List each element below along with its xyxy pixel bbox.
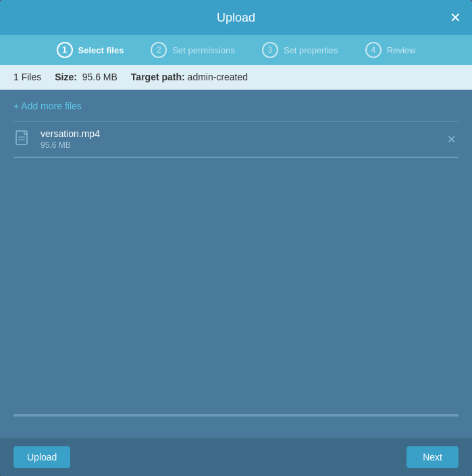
next-button[interactable]: Next — [407, 446, 458, 468]
target-value: admin-created — [188, 72, 248, 82]
file-remove-button[interactable]: ✕ — [444, 130, 458, 149]
step-3[interactable]: 3 Set properties — [262, 42, 338, 58]
progress-bar — [14, 414, 458, 417]
size-label: Size: — [55, 72, 77, 82]
upload-modal: Upload ✕ 1 Select files 2 Set permission… — [0, 0, 472, 476]
file-item: versation.mp4 95.6 MB ✕ — [14, 122, 458, 157]
progress-container — [14, 407, 458, 427]
info-bar: 1 Files Size: 95.6 MB Target path: admin… — [0, 65, 472, 90]
svg-rect-0 — [16, 131, 27, 144]
files-count: 1 Files — [14, 72, 41, 82]
step-2-circle: 2 — [151, 42, 167, 58]
file-size: 95.6 MB — [41, 140, 436, 150]
step-4[interactable]: 4 Review — [365, 42, 416, 58]
modal-footer: Upload Next — [0, 438, 472, 476]
file-name: versation.mp4 — [41, 128, 436, 139]
file-list: versation.mp4 95.6 MB ✕ — [14, 121, 458, 158]
step-4-label: Review — [387, 45, 416, 55]
steps-bar: 1 Select files 2 Set permissions 3 Set p… — [0, 35, 472, 65]
step-1-circle: 1 — [57, 42, 73, 58]
step-1[interactable]: 1 Select files — [57, 42, 124, 58]
step-2[interactable]: 2 Set permissions — [151, 42, 234, 58]
step-4-circle: 4 — [365, 42, 382, 58]
modal-title: Upload — [217, 11, 255, 25]
step-3-circle: 3 — [262, 42, 278, 58]
modal-header: Upload ✕ — [0, 0, 472, 35]
add-more-files-button[interactable]: + Add more files — [14, 101, 458, 111]
file-info: versation.mp4 95.6 MB — [41, 128, 436, 150]
step-1-label: Select files — [78, 45, 124, 55]
upload-button[interactable]: Upload — [14, 446, 70, 468]
target-label: Target path: — [131, 72, 185, 82]
step-2-label: Set permissions — [172, 45, 234, 55]
info-separator: Size: 95.6 MB — [55, 72, 117, 82]
close-button[interactable]: ✕ — [450, 11, 461, 24]
target-path: Target path: admin-created — [131, 72, 248, 82]
step-3-label: Set properties — [284, 45, 338, 55]
size-value: 95.6 MB — [82, 72, 117, 82]
content-area: + Add more files versation.mp4 95.6 MB ✕ — [0, 90, 472, 438]
file-icon — [14, 130, 32, 148]
